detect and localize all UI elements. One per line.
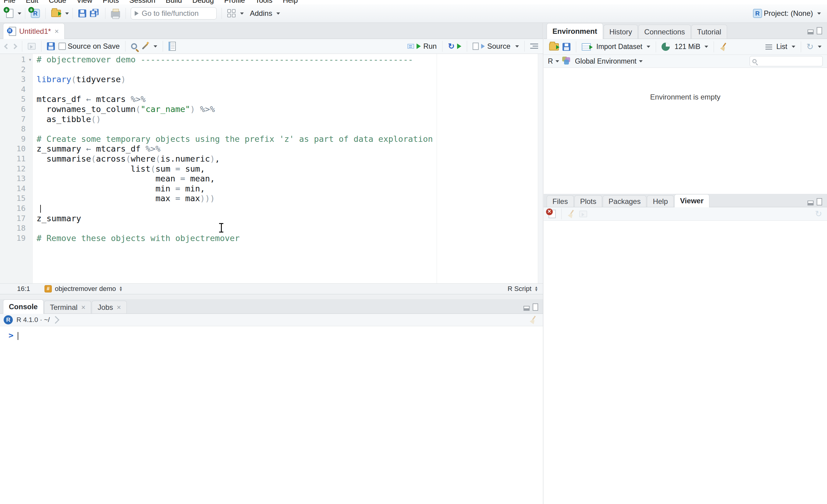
project-menu-button[interactable]: R Project: (None): [751, 8, 823, 19]
code-line-12[interactable]: list(sum = sum,: [33, 164, 538, 174]
maximize-pane-icon[interactable]: [817, 27, 822, 35]
source-caret[interactable]: [515, 45, 519, 48]
tab-viewer[interactable]: Viewer: [674, 194, 710, 207]
memory-usage-button[interactable]: 121 MiB: [660, 41, 710, 52]
open-recent-caret[interactable]: [65, 12, 69, 15]
open-directory-icon[interactable]: [52, 316, 59, 324]
popout-window-button[interactable]: [26, 42, 38, 51]
code-line-15[interactable]: max = max))): [33, 193, 538, 204]
minimize-pane-icon[interactable]: [524, 306, 530, 311]
menu-tools[interactable]: Tools: [255, 0, 273, 4]
addins-button[interactable]: Addins: [248, 8, 282, 19]
rerun-button[interactable]: ↻: [446, 41, 463, 51]
menu-build[interactable]: Build: [166, 0, 182, 4]
pane-layout-caret[interactable]: [240, 12, 244, 15]
goto-file-function-input[interactable]: Go to file/function: [131, 7, 217, 19]
code-line-11[interactable]: summarise(across(where(is.numeric),: [33, 154, 538, 164]
save-workspace-button[interactable]: [561, 42, 572, 52]
code-line-6[interactable]: rownames_to_column("car_name") %>%: [33, 104, 538, 114]
pane-divider-horizontal[interactable]: [0, 294, 543, 299]
menu-file[interactable]: File: [4, 0, 15, 4]
viewer-popout-button[interactable]: [577, 209, 589, 219]
compile-report-button[interactable]: [167, 41, 178, 52]
code-line-3[interactable]: library(tidyverse): [33, 74, 538, 85]
tab-tutorial[interactable]: Tutorial: [691, 25, 727, 39]
tab-console[interactable]: Console: [3, 299, 44, 314]
menu-help[interactable]: Help: [283, 0, 298, 4]
code-editor[interactable]: 1▾2345678910111213141516171819 # objectr…: [0, 54, 538, 283]
menu-view[interactable]: View: [77, 0, 92, 4]
console-output[interactable]: >: [0, 326, 543, 340]
refresh-environment-button[interactable]: ↻: [805, 41, 823, 52]
source-on-save-checkbox[interactable]: Source on Save: [57, 41, 121, 52]
code-tools-button[interactable]: [139, 41, 159, 52]
clear-console-button[interactable]: [527, 315, 539, 325]
menu-session[interactable]: Session: [129, 0, 155, 4]
new-file-button[interactable]: +: [4, 8, 15, 19]
code-line-4[interactable]: [33, 85, 538, 95]
scope-selector[interactable]: Global Environment: [575, 57, 637, 65]
minimize-pane-icon[interactable]: [808, 30, 814, 35]
menu-profile[interactable]: Profile: [224, 0, 245, 4]
document-outline-button[interactable]: [528, 42, 540, 51]
close-icon[interactable]: ×: [117, 303, 121, 312]
code-line-7[interactable]: as_tibble(): [33, 114, 538, 124]
code-line-18[interactable]: [33, 223, 538, 233]
save-button[interactable]: [77, 8, 88, 18]
code-line-14[interactable]: min = min,: [33, 184, 538, 194]
open-file-button[interactable]: [49, 8, 63, 18]
close-icon[interactable]: ×: [81, 303, 85, 312]
tab-terminal[interactable]: Terminal×: [44, 301, 91, 314]
language-caret[interactable]: [555, 60, 559, 62]
code-line-17[interactable]: z_summary: [33, 214, 538, 224]
code-line-1[interactable]: # objectremover demo -------------------…: [33, 55, 538, 65]
code-line-16[interactable]: [33, 204, 538, 214]
code-line-10[interactable]: z_summary ← mtcars_df %>%: [33, 144, 538, 154]
import-dataset-button[interactable]: Import Dataset: [580, 41, 652, 52]
code-line-5[interactable]: mtcars_df ← mtcars %>%: [33, 94, 538, 104]
tab-plots[interactable]: Plots: [574, 195, 602, 207]
tab-environment[interactable]: Environment: [547, 23, 603, 39]
maximize-pane-icon[interactable]: [817, 198, 822, 206]
menu-plots[interactable]: Plots: [103, 0, 119, 4]
minimize-pane-icon[interactable]: [808, 201, 814, 206]
code-line-19[interactable]: # Remove these objects with objectremove…: [33, 233, 538, 243]
code-line-2[interactable]: [33, 65, 538, 75]
run-button[interactable]: Run: [405, 41, 438, 52]
section-navigator[interactable]: objectremover demo: [55, 285, 116, 293]
menu-code[interactable]: Code: [49, 0, 66, 4]
new-project-button[interactable]: R+: [29, 8, 42, 19]
code-lines[interactable]: # objectremover demo -------------------…: [33, 54, 538, 283]
tab-jobs[interactable]: Jobs×: [92, 301, 127, 314]
file-type-selector[interactable]: R Script: [508, 285, 531, 293]
close-icon[interactable]: ×: [55, 27, 59, 36]
clear-viewer-button[interactable]: [547, 209, 557, 219]
forward-button[interactable]: [11, 43, 18, 50]
language-selector[interactable]: R: [548, 57, 553, 65]
menu-debug[interactable]: Debug: [192, 0, 214, 4]
code-line-9[interactable]: # Create some temporary objects using th…: [33, 134, 538, 144]
display-mode-button[interactable]: List: [764, 41, 797, 52]
back-button[interactable]: [3, 43, 11, 50]
menu-edit[interactable]: Edit: [26, 0, 38, 4]
viewer-refresh-button[interactable]: ↻: [813, 209, 824, 219]
tab-files[interactable]: Files: [547, 195, 574, 207]
scope-caret[interactable]: [639, 60, 643, 62]
tab-packages[interactable]: Packages: [603, 195, 646, 207]
file-type-updown-icon[interactable]: ▲▼: [534, 286, 538, 291]
tab-help[interactable]: Help: [647, 195, 673, 207]
maximize-pane-icon[interactable]: [533, 303, 538, 311]
section-updown-icon[interactable]: ▲▼: [119, 286, 123, 291]
tab-untitled1[interactable]: R Untitled1* ×: [3, 23, 64, 39]
new-file-dropdown-caret[interactable]: [18, 12, 21, 15]
tab-connections[interactable]: Connections: [638, 25, 690, 39]
code-line-8[interactable]: [33, 124, 538, 134]
clear-environment-button[interactable]: [718, 41, 730, 52]
tab-history[interactable]: History: [604, 25, 638, 39]
editor-scrollbar[interactable]: [538, 54, 543, 283]
load-workspace-button[interactable]: [547, 42, 561, 52]
source-button[interactable]: Source: [471, 41, 521, 52]
environment-search-input[interactable]: [749, 56, 823, 66]
clear-all-viewer-button[interactable]: [565, 209, 577, 219]
pane-layout-button[interactable]: [226, 8, 238, 19]
